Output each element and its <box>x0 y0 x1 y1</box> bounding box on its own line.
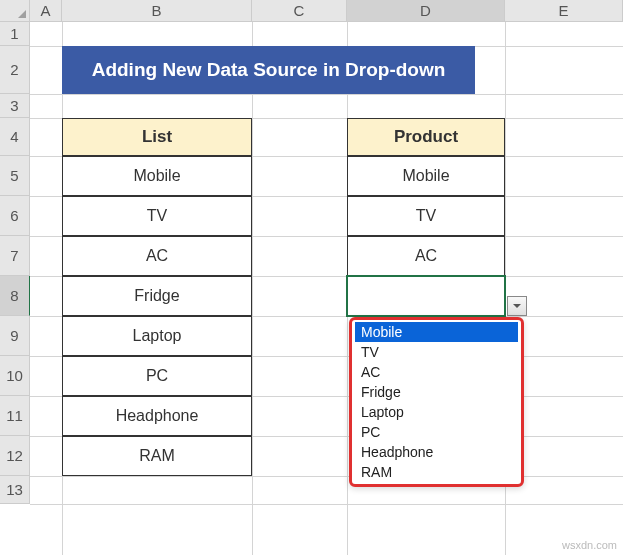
select-all-corner[interactable] <box>0 0 30 22</box>
row-header-5[interactable]: 5 <box>0 156 30 196</box>
list-value: Fridge <box>134 287 179 305</box>
list-cell-7[interactable]: Headphone <box>62 396 252 436</box>
dropdown-option[interactable]: TV <box>355 342 518 362</box>
list-value: Headphone <box>116 407 199 425</box>
list-value: TV <box>147 207 167 225</box>
col-header-E[interactable]: E <box>505 0 623 22</box>
product-value: Mobile <box>402 167 449 185</box>
dropdown-option[interactable]: Headphone <box>355 442 518 462</box>
col-header-B[interactable]: B <box>62 0 252 22</box>
row-header-3[interactable]: 3 <box>0 94 30 118</box>
dropdown-option-label: Headphone <box>361 444 433 460</box>
product-value: AC <box>415 247 437 265</box>
active-cell-d8[interactable] <box>346 275 506 317</box>
list-cell-5[interactable]: Laptop <box>62 316 252 356</box>
col-header-C[interactable]: C <box>252 0 347 22</box>
list-value: Laptop <box>133 327 182 345</box>
dropdown-option[interactable]: Laptop <box>355 402 518 422</box>
row-header-1[interactable]: 1 <box>0 22 30 46</box>
row-headers: 1 2 3 4 5 6 7 8 9 10 11 12 13 <box>0 22 30 504</box>
dropdown-option[interactable]: Fridge <box>355 382 518 402</box>
row-header-6[interactable]: 6 <box>0 196 30 236</box>
col-header-A[interactable]: A <box>30 0 62 22</box>
dropdown-option-label: PC <box>361 424 380 440</box>
list-value: AC <box>146 247 168 265</box>
product-cell-2[interactable]: TV <box>347 196 505 236</box>
product-cell-3[interactable]: AC <box>347 236 505 276</box>
list-cell-1[interactable]: Mobile <box>62 156 252 196</box>
list-header-cell[interactable]: List <box>62 118 252 156</box>
list-value: Mobile <box>133 167 180 185</box>
title-banner: Adding New Data Source in Drop-down <box>62 46 475 94</box>
row-header-2[interactable]: 2 <box>0 46 30 94</box>
list-cell-3[interactable]: AC <box>62 236 252 276</box>
dropdown-button[interactable] <box>507 296 527 316</box>
dropdown-option-label: TV <box>361 344 379 360</box>
col-header-D[interactable]: D <box>347 0 505 22</box>
row-header-11[interactable]: 11 <box>0 396 30 436</box>
list-value: PC <box>146 367 168 385</box>
list-value: RAM <box>139 447 175 465</box>
dropdown-option[interactable]: Mobile <box>355 322 518 342</box>
dropdown-option-label: RAM <box>361 464 392 480</box>
row-header-9[interactable]: 9 <box>0 316 30 356</box>
dropdown-option[interactable]: AC <box>355 362 518 382</box>
list-cell-8[interactable]: RAM <box>62 436 252 476</box>
list-cell-2[interactable]: TV <box>62 196 252 236</box>
watermark: wsxdn.com <box>562 539 617 551</box>
list-cell-4[interactable]: Fridge <box>62 276 252 316</box>
product-header-cell[interactable]: Product <box>347 118 505 156</box>
row-header-7[interactable]: 7 <box>0 236 30 276</box>
title-text: Adding New Data Source in Drop-down <box>92 59 446 81</box>
spreadsheet-area: A B C D E 1 2 3 4 5 6 7 8 9 10 11 12 13 <box>0 0 623 555</box>
column-headers: A B C D E <box>0 0 623 22</box>
dropdown-option-label: AC <box>361 364 380 380</box>
product-value: TV <box>416 207 436 225</box>
dropdown-option[interactable]: RAM <box>355 462 518 482</box>
list-cell-6[interactable]: PC <box>62 356 252 396</box>
dropdown-option[interactable]: PC <box>355 422 518 442</box>
row-header-12[interactable]: 12 <box>0 436 30 476</box>
product-header-label: Product <box>394 127 458 147</box>
dropdown-option-label: Fridge <box>361 384 401 400</box>
row-header-4[interactable]: 4 <box>0 118 30 156</box>
dropdown-list[interactable]: Mobile TV AC Fridge Laptop PC Headphone … <box>349 317 524 487</box>
chevron-down-icon <box>512 301 522 311</box>
list-header-label: List <box>142 127 172 147</box>
dropdown-option-label: Laptop <box>361 404 404 420</box>
row-header-13[interactable]: 13 <box>0 476 30 504</box>
product-cell-1[interactable]: Mobile <box>347 156 505 196</box>
row-header-10[interactable]: 10 <box>0 356 30 396</box>
dropdown-option-label: Mobile <box>361 324 402 340</box>
row-header-8[interactable]: 8 <box>0 276 30 316</box>
